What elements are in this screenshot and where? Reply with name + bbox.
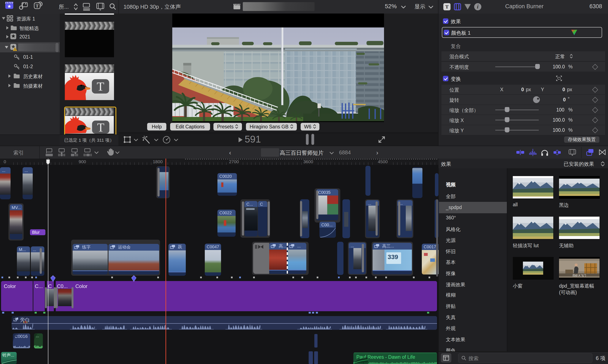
svg-text:T: T bbox=[36, 3, 39, 8]
svg-text:T: T bbox=[97, 121, 104, 134]
svg-text:T: T bbox=[97, 80, 104, 93]
svg-text:四处大飞门: 四处大飞门 bbox=[572, 274, 586, 277]
svg-text:!: ! bbox=[14, 48, 16, 51]
